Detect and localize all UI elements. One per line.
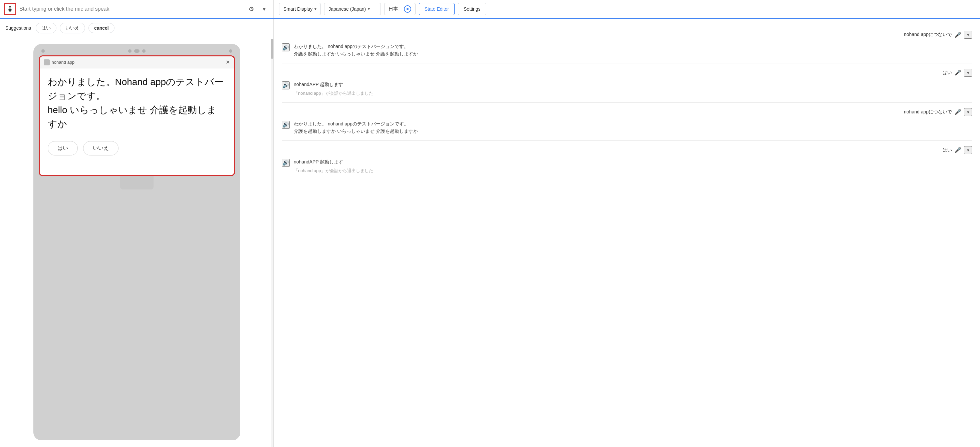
suggestion-chip-iie[interactable]: いいえ	[60, 23, 85, 33]
state-editor-button[interactable]: State Editor	[419, 3, 455, 15]
device-main-text: わかりました。Nohand appのテストバージョンです。 hello いらっし…	[48, 75, 226, 131]
device-dropdown[interactable]: Smart Display ▾	[279, 3, 321, 15]
device-dot-left	[41, 49, 45, 53]
device-dot-right	[229, 49, 232, 53]
toolbar-right: Smart Display ▾ Japanese (Japan) ▾ 日本...…	[274, 0, 980, 18]
jp-locale-btn[interactable]: 日本...	[384, 3, 415, 15]
search-input[interactable]	[19, 6, 246, 12]
user-text-1: nohand appにつないで	[904, 32, 952, 38]
device-screen-header: nohand app ✕	[40, 56, 234, 68]
user-text-2: はい	[943, 70, 952, 76]
app-name-label: nohand app	[52, 60, 75, 65]
agent-text-2: nohandAPP 起動します 「nohand app」が会話から退出しました	[294, 81, 373, 97]
input-area: ⚙ ▾	[0, 0, 274, 18]
mic-icon-4: 🎤	[955, 147, 961, 154]
suggestion-chip-cancel[interactable]: cancel	[89, 23, 115, 33]
volume-icon-2[interactable]: 🔊	[282, 81, 290, 89]
agent-line1-3: わかりました。 nohand appのテストバージョンです。	[294, 120, 418, 127]
suggestions-bar: Suggestions はい いいえ cancel	[0, 19, 274, 37]
expand-btn-3[interactable]: ▾	[964, 108, 972, 116]
chevron-down-icon-btn[interactable]: ▾	[259, 4, 269, 14]
top-bar: ⚙ ▾ Smart Display ▾ Japanese (Japan) ▾ 日…	[0, 0, 980, 19]
close-icon[interactable]: ✕	[226, 59, 230, 65]
scroll-thumb[interactable]	[271, 39, 274, 59]
agent-text-3: わかりました。 nohand appのテストバージョンです。 介護を起動しますか…	[294, 120, 418, 135]
agent-turn-4: 🔊 nohandAPP 起動します 「nohand app」が会話から退出しまし…	[282, 158, 972, 174]
volume-icon-3[interactable]: 🔊	[282, 121, 290, 129]
mic-icon-1: 🎤	[955, 31, 961, 38]
device-screen-body: わかりました。Nohand appのテストバージョンです。 hello いらっし…	[40, 68, 234, 175]
volume-icon-4[interactable]: 🔊	[282, 159, 290, 167]
settings-icon-btn[interactable]: ⚙	[246, 4, 257, 14]
agent-line1-2: nohandAPP 起動します	[294, 81, 373, 88]
chevron-down-icon: ▾	[368, 7, 370, 11]
suggestions-label: Suggestions	[5, 25, 31, 31]
left-panel: Suggestions はい いいえ cancel	[0, 19, 274, 447]
conversation-entry-4: はい 🎤 ▾ 🔊 nohandAPP 起動します 「nohand app」が会話…	[282, 141, 972, 180]
agent-turn-2: 🔊 nohandAPP 起動します 「nohand app」が会話から退出しまし…	[282, 81, 972, 97]
app-indicator: nohand app	[44, 59, 75, 65]
agent-line2-1: 介護を起動しますか いらっしゃいませ 介護を起動しますか	[294, 50, 418, 57]
user-turn-4: はい 🎤 ▾	[282, 146, 972, 154]
device-no-button[interactable]: いいえ	[83, 141, 118, 155]
expand-btn-4[interactable]: ▾	[964, 146, 972, 154]
expand-btn-2[interactable]: ▾	[964, 69, 972, 77]
target-icon	[404, 5, 411, 13]
agent-turn-3: 🔊 わかりました。 nohand appのテストバージョンです。 介護を起動しま…	[282, 120, 972, 135]
device-action-buttons: はい いいえ	[48, 141, 226, 155]
mic-button[interactable]	[4, 3, 16, 15]
agent-line1-1: わかりました。 nohand appのテストバージョンです。	[294, 43, 418, 50]
device-preview-area: nohand app ✕ わかりました。Nohand appのテストバージョンで…	[0, 37, 274, 447]
device-dot-center2	[134, 49, 140, 53]
system-note-2: 「nohand app」が会話から退出しました	[294, 90, 373, 97]
user-text-4: はい	[943, 147, 952, 153]
chevron-down-icon: ▾	[314, 7, 317, 11]
mic-icon-3: 🎤	[955, 109, 961, 116]
system-note-4: 「nohand app」が会話から退出しました	[294, 168, 373, 174]
input-icons: ⚙ ▾	[246, 4, 269, 14]
svg-rect-0	[10, 7, 11, 10]
mic-icon-2: 🎤	[955, 70, 961, 76]
main-content: Suggestions はい いいえ cancel	[0, 19, 980, 447]
device-yes-button[interactable]: はい	[48, 141, 78, 155]
device-center-indicators	[128, 49, 146, 53]
agent-turn-1: 🔊 わかりました。 nohand appのテストバージョンです。 介護を起動しま…	[282, 43, 972, 58]
conversation-entry-1: nohand appにつないで 🎤 ▾ 🔊 わかりました。 nohand app…	[282, 25, 972, 63]
right-panel: nohand appにつないで 🎤 ▾ 🔊 わかりました。 nohand app…	[274, 19, 980, 447]
agent-text-4: nohandAPP 起動します 「nohand app」が会話から退出しました	[294, 158, 373, 174]
device-screen: nohand app ✕ わかりました。Nohand appのテストバージョンで…	[39, 55, 235, 176]
user-turn-1: nohand appにつないで 🎤 ▾	[282, 31, 972, 39]
smart-display-device: nohand app ✕ わかりました。Nohand appのテストバージョンで…	[33, 44, 240, 440]
user-turn-2: はい 🎤 ▾	[282, 69, 972, 77]
device-top-bar	[39, 49, 235, 53]
scroll-track	[271, 39, 274, 447]
volume-icon-1[interactable]: 🔊	[282, 43, 290, 51]
conversation-entry-3: nohand appにつないで 🎤 ▾ 🔊 わかりました。 nohand app…	[282, 103, 972, 141]
device-dot-center1	[128, 49, 132, 53]
language-dropdown[interactable]: Japanese (Japan) ▾	[324, 3, 381, 15]
app-icon	[44, 59, 50, 65]
device-dot-center3	[142, 49, 146, 53]
conversation-entry-2: はい 🎤 ▾ 🔊 nohandAPP 起動します 「nohand app」が会話…	[282, 63, 972, 103]
device-stand	[120, 176, 154, 189]
agent-line1-4: nohandAPP 起動します	[294, 158, 373, 165]
user-text-3: nohand appにつないで	[904, 109, 952, 115]
user-turn-3: nohand appにつないで 🎤 ▾	[282, 108, 972, 116]
suggestion-chip-hai[interactable]: はい	[36, 23, 56, 33]
settings-button[interactable]: Settings	[458, 3, 486, 15]
agent-text-1: わかりました。 nohand appのテストバージョンです。 介護を起動しますか…	[294, 43, 418, 58]
expand-btn-1[interactable]: ▾	[964, 31, 972, 39]
agent-line2-3: 介護を起動しますか いらっしゃいませ 介護を起動しますか	[294, 127, 418, 135]
